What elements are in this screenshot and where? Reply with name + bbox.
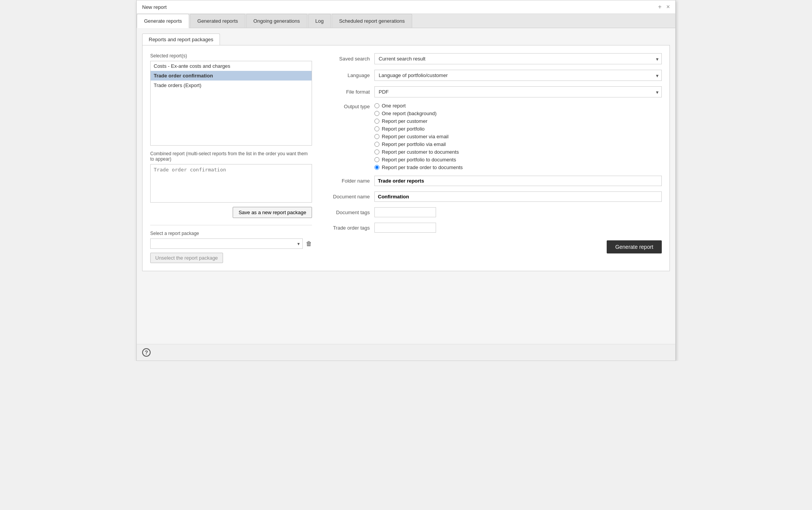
radio-report-per-trade-order-docs-input[interactable] (374, 165, 379, 170)
report-item-0[interactable]: Costs - Ex-ante costs and charges (151, 61, 312, 71)
trash-icon[interactable]: 🗑 (306, 240, 312, 247)
main-tabs: Generate reports Generated reports Ongoi… (137, 14, 675, 28)
radio-report-per-portfolio-email[interactable]: Report per portfolio via email (374, 141, 463, 147)
sub-tab-reports-packages[interactable]: Reports and report packages (142, 34, 220, 45)
language-select[interactable]: Language of portfolio/customer (374, 70, 662, 81)
bottom-bar: ? (137, 344, 675, 361)
package-select-row: 🗑 (150, 238, 312, 249)
file-format-row: File format PDF (324, 86, 662, 97)
radio-report-per-customer-label: Report per customer (382, 118, 428, 124)
title-bar-actions: + × (658, 3, 670, 10)
saved-search-select[interactable]: Current search result (374, 53, 662, 64)
sub-tabs: Reports and report packages (142, 34, 670, 45)
output-type-radio-group: One report One report (background) Repor… (374, 103, 463, 170)
left-panel: Selected report(s) Costs - Ex-ante costs… (150, 53, 312, 263)
radio-one-report-background-label: One report (background) (382, 111, 436, 116)
saved-search-row: Saved search Current search result (324, 53, 662, 64)
radio-report-per-customer-input[interactable] (374, 119, 379, 124)
package-select[interactable] (150, 238, 303, 249)
tab-generate-reports[interactable]: Generate reports (137, 14, 189, 28)
saved-search-label: Saved search (324, 56, 370, 62)
combined-report-input[interactable] (150, 164, 312, 203)
folder-name-input[interactable] (374, 176, 662, 186)
help-icon[interactable]: ? (142, 348, 151, 357)
report-list[interactable]: Costs - Ex-ante costs and charges Trade … (150, 61, 312, 146)
document-name-row: Document name (324, 191, 662, 202)
radio-report-per-customer-email-label: Report per customer via email (382, 134, 448, 139)
file-format-dropdown-wrapper: PDF (374, 86, 662, 97)
divider-section: Select a report package 🗑 Unselect the r… (150, 225, 312, 263)
language-label: Language (324, 72, 370, 78)
saved-search-dropdown-wrapper: Current search result (374, 53, 662, 64)
trade-order-tags-row: Trade order tags (324, 223, 662, 233)
main-window: New report + × Generate reports Generate… (136, 0, 676, 361)
file-format-select[interactable]: PDF (374, 86, 662, 97)
report-item-2[interactable]: Trade orders (Export) (151, 81, 312, 90)
radio-report-per-portfolio[interactable]: Report per portfolio (374, 126, 463, 132)
radio-report-per-portfolio-email-label: Report per portfolio via email (382, 141, 446, 147)
combined-report-label: Combined report (multi-select reports fr… (150, 151, 312, 162)
document-tags-label: Document tags (324, 210, 370, 215)
radio-one-report-background[interactable]: One report (background) (374, 111, 463, 116)
radio-report-per-portfolio-docs-label: Report per portfolio to documents (382, 157, 456, 163)
output-type-label: Output type (324, 104, 370, 109)
document-tags-row: Document tags (324, 207, 662, 217)
radio-report-per-portfolio-input[interactable] (374, 126, 379, 131)
tab-ongoing-generations[interactable]: Ongoing generations (246, 14, 307, 28)
report-item-1[interactable]: Trade order confirmation (151, 71, 312, 81)
radio-report-per-customer-docs[interactable]: Report per customer to documents (374, 149, 463, 155)
tab-log[interactable]: Log (308, 14, 331, 28)
radio-report-per-portfolio-label: Report per portfolio (382, 126, 424, 132)
window-title: New report (142, 4, 167, 10)
generate-report-button[interactable]: Generate report (607, 240, 662, 253)
tab-scheduled-report-generations[interactable]: Scheduled report generations (332, 14, 412, 28)
radio-report-per-customer[interactable]: Report per customer (374, 118, 463, 124)
plus-button[interactable]: + (658, 3, 661, 10)
selected-reports-label: Selected report(s) (150, 53, 312, 59)
unselect-package-button[interactable]: Unselect the report package (150, 253, 223, 263)
document-name-label: Document name (324, 194, 370, 200)
radio-report-per-portfolio-docs[interactable]: Report per portfolio to documents (374, 157, 463, 163)
radio-report-per-trade-order-docs-label: Report per trade order to documents (382, 164, 463, 170)
content-area: Reports and report packages Selected rep… (137, 28, 675, 344)
radio-report-per-trade-order-docs[interactable]: Report per trade order to documents (374, 164, 463, 170)
document-name-input[interactable] (374, 191, 662, 202)
close-button[interactable]: × (666, 3, 670, 10)
package-select-wrapper (150, 238, 303, 249)
folder-name-row: Folder name (324, 176, 662, 186)
radio-one-report[interactable]: One report (374, 103, 463, 109)
radio-one-report-input[interactable] (374, 103, 379, 108)
trade-order-tags-input[interactable] (374, 223, 436, 233)
folder-name-label: Folder name (324, 178, 370, 184)
file-format-label: File format (324, 89, 370, 95)
radio-report-per-portfolio-docs-input[interactable] (374, 157, 379, 162)
title-bar: New report + × (137, 0, 675, 14)
radio-one-report-label: One report (382, 103, 406, 109)
language-dropdown-wrapper: Language of portfolio/customer (374, 70, 662, 81)
tab-generated-reports[interactable]: Generated reports (190, 14, 245, 28)
document-tags-input[interactable] (374, 207, 436, 217)
radio-one-report-background-input[interactable] (374, 111, 379, 116)
trade-order-tags-label: Trade order tags (324, 225, 370, 231)
radio-report-per-customer-email[interactable]: Report per customer via email (374, 134, 463, 139)
main-panel: Selected report(s) Costs - Ex-ante costs… (142, 45, 670, 271)
radio-report-per-customer-email-input[interactable] (374, 134, 379, 139)
select-package-label: Select a report package (150, 231, 312, 236)
radio-report-per-customer-docs-input[interactable] (374, 149, 379, 154)
right-panel: Saved search Current search result Langu… (324, 53, 662, 263)
language-row: Language Language of portfolio/customer (324, 70, 662, 81)
save-package-button[interactable]: Save as a new report package (233, 207, 312, 218)
output-type-row: Output type One report One report (backg… (324, 103, 662, 170)
radio-report-per-portfolio-email-input[interactable] (374, 142, 379, 147)
radio-report-per-customer-docs-label: Report per customer to documents (382, 149, 459, 155)
